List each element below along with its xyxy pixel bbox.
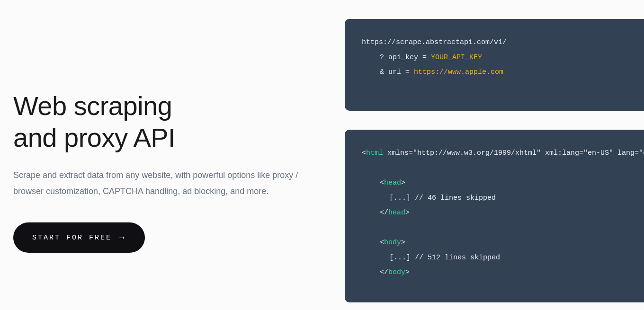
hero-title-line1: Web scraping	[13, 91, 172, 121]
request-endpoint: https://scrape.abstractapi.com/v1/	[362, 35, 644, 50]
api-request-code-block: https://scrape.abstractapi.com/v1/ ? api…	[345, 19, 644, 111]
hero-left-column: Web scraping and proxy API Scrape and ex…	[13, 19, 316, 310]
api-key-value: YOUR_API_KEY	[431, 53, 482, 62]
url-value: https://www.apple.com	[414, 68, 503, 76]
response-head-open: <head>	[362, 176, 644, 191]
response-html-open: <html xmlns="http://www.w3.org/1999/xhtm…	[362, 146, 644, 161]
cta-label: START FOR FREE	[32, 234, 112, 242]
request-param-url: & url = https://www.apple.com	[362, 65, 644, 80]
response-head-close: </head>	[362, 205, 644, 221]
api-response-code-block: <html xmlns="http://www.w3.org/1999/xhtm…	[345, 130, 644, 302]
hero-description: Scrape and extract data from any website…	[13, 168, 307, 200]
hero-title-line2: and proxy API	[13, 123, 175, 152]
response-body-open: <body>	[362, 235, 644, 250]
blank-line	[362, 161, 644, 176]
response-body-skip: [...] // 512 lines skipped	[362, 250, 644, 266]
response-body-close: </body>	[362, 265, 644, 280]
blank-line	[362, 221, 644, 236]
start-for-free-button[interactable]: START FOR FREE →	[13, 222, 145, 253]
request-param-api-key: ? api_key = YOUR_API_KEY	[362, 50, 644, 65]
response-head-skip: [...] // 46 lines skipped	[362, 191, 644, 206]
hero-title: Web scraping and proxy API	[13, 90, 316, 153]
page-container: Web scraping and proxy API Scrape and ex…	[0, 0, 644, 310]
arrow-right-icon: →	[119, 233, 126, 242]
code-samples-column: https://scrape.abstractapi.com/v1/ ? api…	[345, 19, 644, 310]
